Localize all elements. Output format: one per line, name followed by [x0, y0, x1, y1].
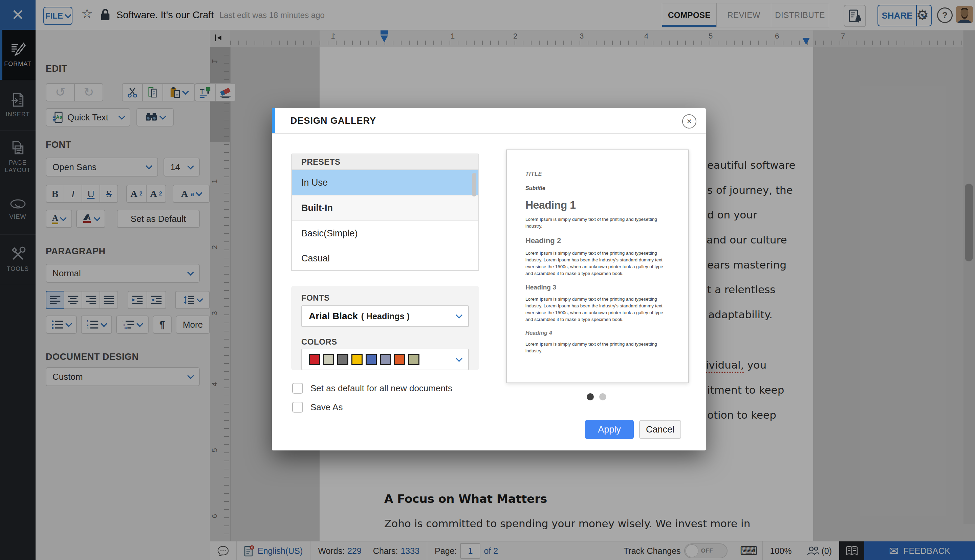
colors-label: COLORS — [301, 337, 337, 347]
preview-title: TITLE — [525, 171, 670, 177]
set-default-label: Set as default for all new documents — [311, 383, 452, 393]
default-checkbox-row: Set as default for all new documents — [292, 383, 452, 393]
color-swatch — [366, 354, 377, 365]
dialog-title: DESIGN GALLERY — [291, 116, 376, 126]
fonts-label: FONTS — [301, 293, 330, 303]
preview-heading3: Heading 3 — [525, 284, 670, 291]
preview-paragraph: Lorem Ipsum is simply dummy text of the … — [525, 341, 670, 354]
zoho-writer-app: ✕ FILE ☆ Software. It's our Craft Last e… — [0, 0, 975, 560]
color-swatch — [351, 354, 363, 365]
pagination-dot-active[interactable] — [587, 393, 594, 400]
chevron-down-icon — [456, 355, 462, 362]
font-value-sub: ( Headings ) — [361, 312, 410, 321]
cancel-button[interactable]: Cancel — [639, 420, 681, 439]
preview-heading2: Heading 2 — [525, 237, 670, 245]
preset-built-in[interactable]: Built-In — [292, 195, 478, 221]
fonts-select[interactable]: Arial Black ( Headings ) — [301, 305, 469, 327]
dialog-header: DESIGN GALLERY — [272, 108, 706, 134]
saveas-checkbox-row: Save As — [292, 402, 343, 413]
preview-heading4: Heading 4 — [525, 330, 670, 336]
preview-paragraph: Lorem Ipsum is simply dummy text of the … — [525, 250, 670, 277]
preview-paragraph: Lorem Ipsum is simply dummy text of the … — [525, 296, 670, 323]
colors-select[interactable] — [301, 348, 469, 370]
apply-button[interactable]: Apply — [585, 420, 634, 439]
preset-casual[interactable]: Casual — [292, 246, 478, 271]
preset-in-use[interactable]: In Use — [292, 170, 478, 195]
preview-heading1: Heading 1 — [525, 199, 670, 212]
set-default-checkbox[interactable] — [292, 383, 303, 393]
list-scrollbar-thumb[interactable] — [472, 173, 476, 197]
preview-pagination — [587, 393, 606, 400]
color-swatch — [337, 354, 348, 365]
preview-paragraph: Lorem Ipsum is simply dummy text of the … — [525, 216, 670, 230]
close-button[interactable]: ✕ — [682, 114, 696, 128]
save-as-label: Save As — [311, 402, 343, 413]
chevron-down-icon — [456, 312, 462, 318]
design-gallery-dialog: DESIGN GALLERY ✕ PRESETS In Use Built-In… — [272, 108, 706, 450]
color-swatch — [394, 354, 405, 365]
presets-list: In Use Built-In Basic(Simple) Casual — [291, 169, 479, 271]
color-swatch — [380, 354, 391, 365]
design-preview-card: TITLE Subtitle Heading 1 Lorem Ipsum is … — [506, 150, 689, 383]
close-icon: ✕ — [687, 117, 692, 125]
font-value-main: Arial Black — [309, 311, 358, 322]
preset-basic-simple[interactable]: Basic(Simple) — [292, 221, 478, 246]
color-swatch — [309, 354, 320, 365]
color-swatch — [323, 354, 334, 365]
color-swatch — [408, 354, 420, 365]
presets-header: PRESETS — [291, 153, 479, 169]
save-as-checkbox[interactable] — [292, 402, 303, 413]
preview-subtitle: Subtitle — [525, 185, 670, 192]
fonts-colors-panel: FONTS Arial Black ( Headings ) COLORS — [291, 286, 479, 370]
pagination-dot[interactable] — [599, 393, 606, 400]
